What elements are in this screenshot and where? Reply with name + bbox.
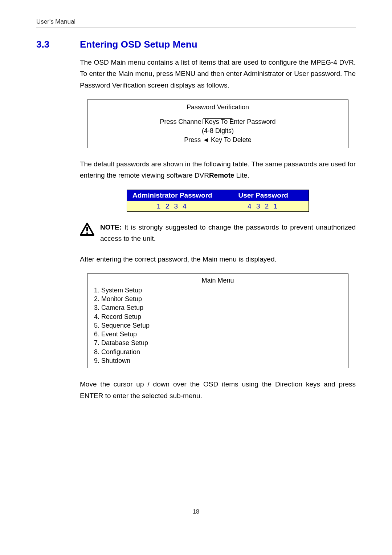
document-header: User's Manual <box>36 18 356 28</box>
after-pw-paragraph: After entering the correct password, the… <box>80 254 356 265</box>
warning-icon <box>80 223 95 237</box>
pw-table-header-user: User Password <box>218 190 309 201</box>
page-footer: 18 <box>73 507 319 515</box>
menu-item: 9. Shutdown <box>94 356 342 365</box>
pw-box-underscore: ________ <box>94 113 342 117</box>
main-menu-list: 1. System Setup 2. Monitor Setup 3. Came… <box>94 286 342 365</box>
pw-table-value-admin: 1 2 3 4 <box>127 201 218 212</box>
intro-paragraph: The OSD Main menu contains a list of ite… <box>80 57 356 91</box>
defaults-bold: Remote <box>209 171 234 179</box>
defaults-paragraph: The default passwords are shown in the f… <box>80 158 356 181</box>
section-heading: 3.3 Entering OSD Setup Menu <box>36 39 356 50</box>
note-text: NOTE: It is strongly suggested to change… <box>100 222 356 244</box>
menu-item: 8. Configuration <box>94 348 342 356</box>
menu-item: 4. Record Setup <box>94 312 342 321</box>
defaults-post: Lite. <box>234 171 249 179</box>
svg-rect-0 <box>86 227 88 231</box>
section-number: 3.3 <box>36 39 80 50</box>
password-table: Administrator Password User Password 1 2… <box>127 190 309 212</box>
menu-item: 5. Sequence Setup <box>94 321 342 330</box>
section-title: Entering OSD Setup Menu <box>80 39 197 50</box>
note-body: It is strongly suggested to change the p… <box>100 223 356 242</box>
menu-item: 6. Event Setup <box>94 330 342 339</box>
menu-item: 1. System Setup <box>94 286 342 295</box>
menu-item: 7. Database Setup <box>94 339 342 347</box>
note-block: NOTE: It is strongly suggested to change… <box>80 222 356 244</box>
main-menu-title: Main Menu <box>94 276 342 285</box>
password-verification-box: Password Verification ________ Press Cha… <box>87 100 348 148</box>
note-label: NOTE: <box>100 223 122 231</box>
pw-box-line1: Press Channel Keys To Enter Password <box>94 117 342 126</box>
page-number: 18 <box>193 509 199 515</box>
pw-box-title: Password Verification <box>94 103 342 112</box>
menu-item: 3. Camera Setup <box>94 303 342 312</box>
menu-item: 2. Monitor Setup <box>94 295 342 303</box>
pw-table-header-admin: Administrator Password <box>127 190 218 201</box>
main-menu-box: Main Menu 1. System Setup 2. Monitor Set… <box>87 274 348 368</box>
svg-point-1 <box>86 232 88 234</box>
move-cursor-paragraph: Move the cursor up / down over the OSD i… <box>80 378 356 401</box>
pw-box-line3: Press ◄ Key To Delete <box>94 135 342 145</box>
pw-table-value-user: 4 3 2 1 <box>218 201 309 212</box>
pw-box-line2: (4-8 Digits) <box>94 126 342 135</box>
content-block: The OSD Main menu contains a list of ite… <box>80 57 356 401</box>
